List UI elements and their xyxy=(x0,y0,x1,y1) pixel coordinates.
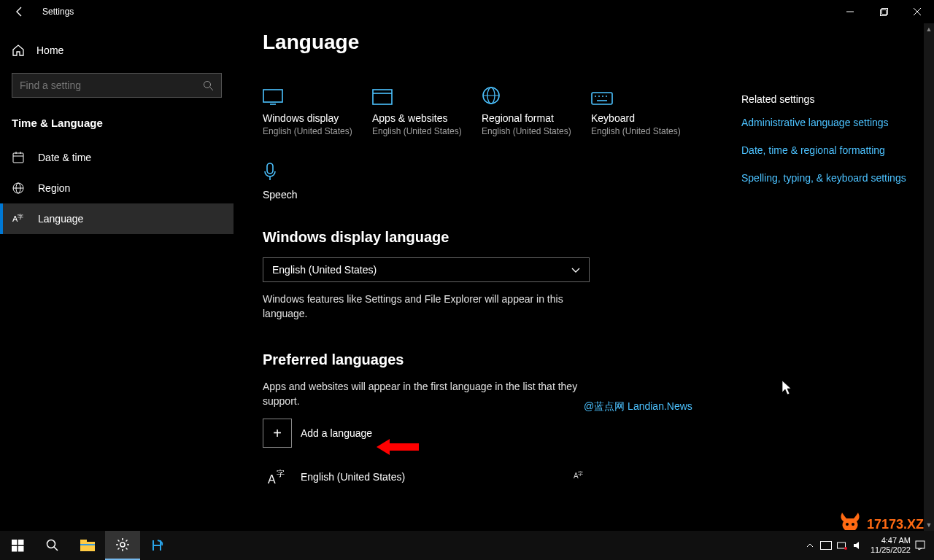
clock-date: 11/25/2022 xyxy=(871,545,911,555)
search-icon xyxy=(203,80,214,91)
preferred-languages-help: Apps and websites will appear in the fir… xyxy=(263,380,584,408)
page-title: Language xyxy=(263,31,905,54)
svg-point-25 xyxy=(598,96,600,97)
home-nav[interactable]: Home xyxy=(0,36,234,64)
scroll-down-icon[interactable]: ▼ xyxy=(924,519,934,531)
chevron-down-icon xyxy=(571,264,580,276)
sidebar-item-date-time[interactable]: Date & time xyxy=(0,142,234,173)
card-title: Apps & websites xyxy=(372,112,482,124)
card-speech[interactable]: Speech xyxy=(263,149,372,216)
back-button[interactable] xyxy=(12,4,28,20)
sidebar-item-label: Language xyxy=(38,213,83,225)
tray-keyboard-icon[interactable] xyxy=(818,541,834,550)
svg-rect-16 xyxy=(263,90,282,102)
window-title: Settings xyxy=(42,7,74,17)
clock-icon xyxy=(12,151,25,164)
card-subtitle: English (United States) xyxy=(482,126,591,136)
card-subtitle: English (United States) xyxy=(372,126,482,136)
svg-rect-23 xyxy=(592,93,612,104)
svg-rect-56 xyxy=(820,542,831,550)
sidebar: Home Time & Language Date & time Region … xyxy=(0,23,234,531)
scrollbar[interactable]: ▲ ▼ xyxy=(924,23,934,531)
link-date-time-regional[interactable]: Date, time & regional formatting xyxy=(741,144,909,156)
main-content: Language Windows display English (United… xyxy=(234,23,934,531)
add-language-label: Add a language xyxy=(301,427,372,439)
display-language-dropdown[interactable]: English (United States) xyxy=(263,257,590,282)
card-regional-format[interactable]: Regional format English (United States) xyxy=(482,73,591,149)
language-icon: A字 xyxy=(12,212,25,225)
svg-rect-41 xyxy=(18,546,24,552)
taskbar-app[interactable] xyxy=(140,531,175,560)
search-box[interactable] xyxy=(12,73,222,98)
card-subtitle: English (United States) xyxy=(263,126,372,136)
card-apps-websites[interactable]: Apps & websites English (United States) xyxy=(372,73,482,149)
tray-volume-icon[interactable] xyxy=(850,541,866,550)
start-button[interactable] xyxy=(0,531,35,560)
svg-line-52 xyxy=(118,540,120,542)
svg-rect-59 xyxy=(916,541,925,548)
language-item[interactable]: A字 English (United States) A字 xyxy=(263,459,590,494)
taskbar-clock[interactable]: 4:47 AM 11/25/2022 xyxy=(871,536,911,554)
taskbar-explorer[interactable] xyxy=(70,531,105,560)
preferred-languages-heading: Preferred languages xyxy=(263,351,905,368)
language-glyph-icon: A字 xyxy=(263,462,292,491)
keyboard-icon xyxy=(591,79,700,105)
plus-icon: + xyxy=(263,419,292,448)
taskbar-search[interactable] xyxy=(35,531,70,560)
link-administrative[interactable]: Administrative language settings xyxy=(741,117,909,128)
link-spelling-typing[interactable]: Spelling, typing, & keyboard settings xyxy=(741,172,909,184)
card-title: Speech xyxy=(263,189,372,201)
display-language-heading: Windows display language xyxy=(263,229,905,246)
minimize-button[interactable] xyxy=(833,0,867,23)
card-keyboard[interactable]: Keyboard English (United States) xyxy=(591,73,700,149)
card-subtitle: English (United States) xyxy=(591,126,700,136)
svg-line-55 xyxy=(118,548,120,550)
tray-network-icon[interactable] xyxy=(834,541,850,550)
tray-notifications-icon[interactable] xyxy=(912,540,928,551)
svg-point-5 xyxy=(204,81,211,88)
svg-rect-57 xyxy=(837,542,845,548)
svg-text:字: 字 xyxy=(578,471,583,476)
overview-cards: Windows display English (United States) … xyxy=(263,73,730,216)
svg-point-47 xyxy=(120,542,125,547)
svg-rect-18 xyxy=(373,90,392,104)
taskbar-settings[interactable] xyxy=(105,531,140,560)
svg-rect-1 xyxy=(880,9,886,15)
card-title: Windows display xyxy=(263,112,372,124)
svg-rect-29 xyxy=(267,163,273,174)
related-heading: Related settings xyxy=(741,93,909,105)
language-badge-icon: A字 xyxy=(574,470,584,483)
related-settings-pane: Related settings Administrative language… xyxy=(741,93,909,200)
svg-rect-45 xyxy=(80,540,87,543)
language-name: English (United States) xyxy=(301,471,405,483)
svg-rect-46 xyxy=(80,544,95,545)
svg-rect-40 xyxy=(12,546,18,552)
add-language-button[interactable]: + Add a language xyxy=(263,419,905,448)
dropdown-value: English (United States) xyxy=(272,264,377,276)
sidebar-section-label: Time & Language xyxy=(0,111,234,142)
svg-point-27 xyxy=(606,96,607,97)
scroll-up-icon[interactable]: ▲ xyxy=(924,23,934,35)
display-language-help: Windows features like Settings and File … xyxy=(263,292,584,321)
titlebar: Settings xyxy=(0,0,934,23)
globe-icon xyxy=(12,182,25,195)
sidebar-item-language[interactable]: A字 Language xyxy=(0,203,234,234)
home-icon xyxy=(12,44,25,57)
home-label: Home xyxy=(36,44,63,56)
taskbar: 4:47 AM 11/25/2022 xyxy=(0,531,934,560)
card-windows-display[interactable]: Windows display English (United States) xyxy=(263,73,372,149)
tray-chevron-icon[interactable] xyxy=(802,542,818,548)
svg-point-26 xyxy=(602,96,603,97)
svg-text:字: 字 xyxy=(18,214,23,220)
close-button[interactable] xyxy=(900,0,934,23)
sidebar-item-region[interactable]: Region xyxy=(0,173,234,203)
sidebar-item-label: Region xyxy=(38,182,70,194)
svg-text:字: 字 xyxy=(277,469,285,478)
svg-line-43 xyxy=(54,547,58,551)
search-input[interactable] xyxy=(20,79,203,91)
svg-line-54 xyxy=(126,540,128,542)
maximize-button[interactable] xyxy=(867,0,900,23)
svg-line-53 xyxy=(126,548,128,550)
svg-rect-38 xyxy=(12,540,18,545)
svg-point-42 xyxy=(47,540,55,548)
